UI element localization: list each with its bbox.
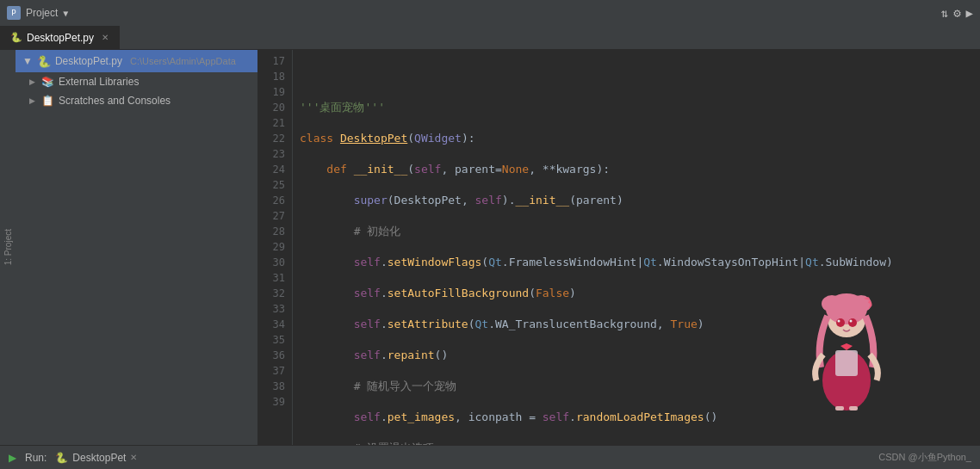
tab-close-icon[interactable]: ✕ bbox=[102, 33, 109, 42]
triangle-right-scratch: ▶ bbox=[29, 96, 35, 105]
code-content[interactable]: '''桌面宠物''' class DesktopPet(QWidget): de… bbox=[293, 50, 980, 445]
code-line-19: class DesktopPet(QWidget): bbox=[300, 131, 973, 146]
code-line-25: self.setAttribute(Qt.WA_TranslucentBackg… bbox=[300, 317, 973, 332]
code-line-29: # 设置退出选项 bbox=[300, 441, 973, 445]
run-status-icon: ▶ bbox=[9, 452, 16, 464]
code-line-24: self.setAutoFillBackground(False) bbox=[300, 286, 973, 301]
code-line-20: def __init__(self, parent=None, **kwargs… bbox=[300, 162, 973, 177]
vertical-label-container: 1: Project bbox=[0, 50, 16, 445]
sidebar-label-scratches: Scratches and Consoles bbox=[59, 95, 171, 107]
title-bar-actions: ⇅ ⚙ ▶ bbox=[941, 6, 973, 20]
main-content: 1: Project ▼ 🐍 DesktopPet.py C:\Users\Ad… bbox=[0, 50, 980, 445]
line-numbers: 17 18 19 20 21 22 23 24 25 26 27 28 29 3… bbox=[258, 50, 293, 445]
sidebar-inner: ▼ 🐍 DesktopPet.py C:\Users\Admin\AppData… bbox=[16, 50, 257, 445]
sidebar-item-scratches[interactable]: ▶ 📋 Scratches and Consoles bbox=[16, 91, 257, 110]
code-line-27: # 随机导入一个宠物 bbox=[300, 379, 973, 394]
tab-bar: 🐍 DesktopPet.py ✕ bbox=[0, 26, 980, 50]
run-tab[interactable]: 🐍 DesktopPet ✕ bbox=[55, 452, 137, 464]
bottom-bar: ▶ Run: 🐍 DesktopPet ✕ CSDN @小鱼Python_ bbox=[0, 445, 980, 469]
watermark-text: CSDN @小鱼Python_ bbox=[878, 451, 971, 464]
triangle-right-ext: ▶ bbox=[29, 77, 35, 86]
code-line-26: self.repaint() bbox=[300, 348, 973, 363]
sync-icon[interactable]: ⇅ bbox=[941, 6, 948, 20]
project-icon: P bbox=[7, 6, 21, 20]
run-tab-icon: 🐍 bbox=[55, 452, 68, 464]
sidebar-project-root[interactable]: ▼ 🐍 DesktopPet.py C:\Users\Admin\AppData bbox=[16, 50, 257, 72]
editor-area: 17 18 19 20 21 22 23 24 25 26 27 28 29 3… bbox=[258, 50, 980, 445]
code-container[interactable]: 17 18 19 20 21 22 23 24 25 26 27 28 29 3… bbox=[258, 50, 980, 445]
title-bar-left: P Project ▼ bbox=[7, 6, 68, 20]
code-line-21: super(DesktopPet, self).__init__(parent) bbox=[300, 193, 973, 208]
project-label[interactable]: Project bbox=[26, 7, 58, 19]
sidebar-item-external-libraries[interactable]: ▶ 📚 External Libraries bbox=[16, 72, 257, 91]
title-bar: P Project ▼ ⇅ ⚙ ▶ bbox=[0, 0, 980, 26]
tab-desktoppet[interactable]: 🐍 DesktopPet.py ✕ bbox=[0, 26, 120, 49]
run-tab-close[interactable]: ✕ bbox=[130, 453, 137, 462]
settings-icon[interactable]: ⚙ bbox=[953, 6, 960, 20]
project-filename: DesktopPet.py bbox=[55, 55, 122, 67]
tab-label: DesktopPet.py bbox=[27, 32, 94, 44]
code-line-28: self.pet_images, iconpath = self.randomL… bbox=[300, 410, 973, 425]
run-label: Run: bbox=[25, 452, 47, 464]
run-icon-title[interactable]: ▶ bbox=[966, 6, 973, 20]
triangle-down: ▼ bbox=[22, 55, 33, 67]
vertical-label-text: 1: Project bbox=[3, 229, 13, 265]
dropdown-icon[interactable]: ▼ bbox=[63, 9, 68, 18]
code-line-18: '''桌面宠物''' bbox=[300, 100, 973, 115]
project-path: C:\Users\Admin\AppData bbox=[130, 56, 236, 66]
python-file-icon: 🐍 bbox=[10, 32, 22, 43]
run-tab-label: DesktopPet bbox=[72, 452, 126, 464]
code-line-22: # 初始化 bbox=[300, 224, 973, 239]
code-line-17 bbox=[300, 69, 973, 84]
libraries-icon: 📚 bbox=[41, 76, 54, 88]
code-line-23: self.setWindowFlags(Qt.FramelessWindowHi… bbox=[300, 255, 973, 270]
scratches-icon: 📋 bbox=[41, 95, 54, 107]
python-icon: 🐍 bbox=[37, 55, 51, 68]
sidebar-label-external: External Libraries bbox=[59, 76, 139, 88]
sidebar: 1: Project ▼ 🐍 DesktopPet.py C:\Users\Ad… bbox=[0, 50, 258, 445]
